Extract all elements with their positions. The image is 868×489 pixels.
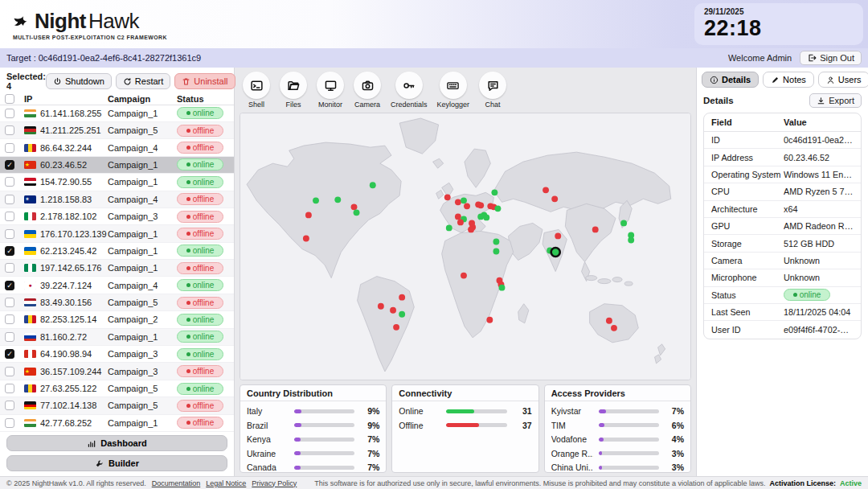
online-agent-dot[interactable] [483, 214, 489, 220]
table-row[interactable]: 42.77.68.252Campaign_1offline [0, 415, 234, 432]
table-row[interactable]: 83.49.30.156Campaign_5offline [0, 294, 234, 311]
offline-agent-dot[interactable] [592, 227, 599, 233]
online-agent-dot[interactable] [491, 189, 497, 195]
online-agent-dot[interactable] [494, 205, 501, 212]
online-agent-dot[interactable] [446, 225, 452, 232]
select-all-checkbox[interactable] [5, 94, 14, 104]
row-checkbox[interactable] [5, 109, 14, 118]
row-checkbox[interactable] [5, 212, 14, 221]
offline-agent-dot[interactable] [457, 219, 464, 225]
offline-agent-dot[interactable] [542, 187, 549, 193]
offline-agent-dot[interactable] [399, 294, 405, 301]
tool-camera[interactable]: Camera [354, 72, 381, 109]
row-checkbox[interactable]: ✓ [5, 160, 14, 170]
table-row[interactable]: 27.63.255.122Campaign_5online [0, 380, 234, 397]
row-checkbox[interactable] [5, 177, 14, 187]
table-row[interactable]: ✓64.190.98.94Campaign_3online [0, 346, 234, 363]
offline-agent-dot[interactable] [468, 227, 474, 233]
shutdown-button[interactable]: Shutdown [46, 73, 112, 89]
link-documentation[interactable]: Documentation [152, 479, 201, 487]
row-checkbox[interactable] [5, 195, 14, 204]
table-row[interactable]: ✓●39.224.7.124Campaign_4online [0, 277, 234, 294]
table-row[interactable]: ✶1.218.158.83Campaign_4offline [0, 191, 234, 208]
link-privacy-policy[interactable]: Privacy Policy [252, 479, 297, 487]
table-row[interactable]: 176.170.123.139Campaign_1offline [0, 225, 234, 242]
tab-users[interactable]: Users [818, 72, 868, 88]
tool-files[interactable]: Files [280, 72, 307, 109]
offline-agent-dot[interactable] [551, 195, 558, 202]
table-row[interactable]: 41.211.225.251Campaign_5offline [0, 122, 234, 139]
offline-agent-dot[interactable] [455, 199, 461, 205]
online-agent-dot[interactable] [620, 220, 627, 227]
table-row[interactable]: 2.178.182.102Campaign_3offline [0, 208, 234, 225]
dashboard-button[interactable]: Dashboard [6, 435, 227, 451]
tool-shell[interactable]: Shell [243, 72, 270, 109]
tool-chat[interactable]: Chat [479, 72, 506, 109]
row-checkbox[interactable]: ✓ [5, 246, 14, 256]
offline-agent-dot[interactable] [611, 325, 617, 331]
detail-value: 18/11/2025 04:04 [784, 307, 854, 317]
offline-agent-dot[interactable] [303, 236, 309, 242]
table-row[interactable]: 154.72.90.55Campaign_1online [0, 174, 234, 191]
row-checkbox[interactable] [5, 367, 14, 376]
tab-details[interactable]: Details [702, 72, 759, 88]
row-checkbox[interactable]: ✓ [5, 349, 14, 359]
offline-agent-dot[interactable] [555, 233, 561, 240]
tool-keylogger[interactable]: Keylogger [437, 72, 470, 109]
online-agent-dot[interactable] [313, 197, 319, 203]
online-agent-dot[interactable] [370, 182, 376, 188]
row-checkbox[interactable] [5, 332, 14, 342]
row-checkbox[interactable] [5, 298, 14, 307]
restart-button[interactable]: Restart [116, 73, 170, 89]
offline-agent-dot[interactable] [378, 303, 384, 310]
online-agent-dot[interactable] [493, 249, 499, 255]
row-checkbox[interactable] [5, 401, 14, 410]
tab-notes[interactable]: Notes [763, 72, 814, 88]
online-agent-dot[interactable] [399, 311, 405, 318]
table-row[interactable]: ✓★60.23.46.52Campaign_1online [0, 157, 234, 174]
online-agent-dot[interactable] [499, 285, 506, 291]
table-row[interactable]: 77.102.14.138Campaign_5offline [0, 397, 234, 414]
online-agent-dot[interactable] [461, 197, 467, 203]
table-row[interactable]: ★36.157.109.244Campaign_3offline [0, 363, 234, 380]
row-checkbox[interactable] [5, 314, 14, 324]
online-agent-dot[interactable] [628, 237, 634, 244]
table-row[interactable]: 82.253.125.14Campaign_2online [0, 311, 234, 328]
offline-agent-dot[interactable] [390, 307, 396, 314]
table-row[interactable]: 61.141.168.255Campaign_1online [0, 105, 234, 122]
online-agent-dot[interactable] [334, 196, 341, 203]
offline-agent-dot[interactable] [464, 203, 470, 209]
builder-button[interactable]: Builder [6, 455, 227, 471]
chart-bar-fill [599, 451, 603, 455]
world-map[interactable] [240, 113, 691, 380]
table-row[interactable]: 81.160.2.72Campaign_1online [0, 329, 234, 346]
tool-credentials[interactable]: Credentials [391, 72, 428, 109]
tool-monitor[interactable]: Monitor [317, 72, 344, 109]
offline-agent-dot[interactable] [305, 212, 312, 218]
offline-agent-dot[interactable] [351, 203, 358, 210]
row-checkbox[interactable] [5, 418, 14, 428]
link-legal-notice[interactable]: Legal Notice [206, 479, 246, 487]
offline-agent-dot[interactable] [455, 213, 461, 220]
online-agent-dot[interactable] [493, 239, 499, 245]
export-button[interactable]: Export [809, 93, 862, 108]
offline-agent-dot[interactable] [486, 317, 493, 323]
offline-agent-dot[interactable] [444, 194, 451, 200]
sign-out-button[interactable]: Sign Out [800, 51, 862, 65]
row-checkbox[interactable] [5, 125, 14, 135]
uninstall-button[interactable]: Uninstall [174, 73, 235, 89]
table-row[interactable]: 197.142.65.176Campaign_1offline [0, 260, 234, 277]
offline-agent-dot[interactable] [461, 273, 467, 279]
offline-agent-dot[interactable] [393, 324, 399, 331]
row-checkbox[interactable] [5, 143, 14, 153]
row-checkbox[interactable] [5, 384, 14, 393]
selected-agent-dot[interactable] [551, 248, 560, 257]
row-checkbox[interactable]: ✓ [5, 281, 14, 290]
table-row[interactable]: ✓62.213.245.42Campaign_1online [0, 243, 234, 260]
online-agent-dot[interactable] [354, 209, 360, 216]
row-checkbox[interactable] [5, 263, 14, 273]
row-checkbox[interactable] [5, 229, 14, 239]
table-row[interactable]: 86.64.32.244Campaign_4offline [0, 139, 234, 156]
offline-agent-dot[interactable] [477, 202, 484, 208]
offline-agent-dot[interactable] [606, 318, 612, 324]
